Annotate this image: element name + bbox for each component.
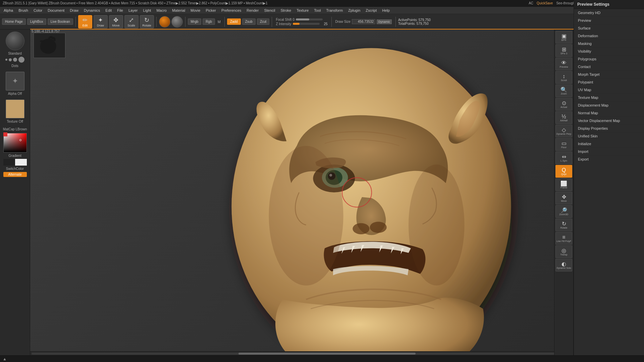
right-icon-btn-actual[interactable]: ⊙Actual (555, 98, 572, 111)
right-icon-btn-bpr[interactable]: ▣BPR (555, 31, 572, 44)
right-icon-btn-zoom3d[interactable]: 🔎Zoom3D (555, 205, 572, 218)
mrgb-btn[interactable]: Mrgb (188, 18, 202, 25)
zsub-btn[interactable]: Zsub (242, 18, 256, 25)
menu-item-transform[interactable]: Transform (324, 8, 345, 13)
zadd-btn[interactable]: Zadd (227, 18, 241, 25)
menu-item-preferences[interactable]: Preferences (219, 8, 244, 13)
menu-item-brush[interactable]: Brush (16, 8, 31, 13)
right-icon-sym-13: 🔎 (560, 208, 567, 213)
menu-item-alpha[interactable]: Alpha (1, 8, 15, 13)
right-icon-btn-dynamic-perp[interactable]: ◇Dynamic Perp (555, 125, 572, 137)
left-panel: Standard Dots ✦ Alpha Off Texture Off Ma… (0, 29, 30, 355)
menu-item-document[interactable]: Document (45, 8, 67, 13)
menu-item-layer[interactable]: Layer (126, 8, 140, 13)
panel-item-polygroups[interactable]: Polygroups (574, 55, 644, 63)
menu-item-draw[interactable]: Draw (67, 8, 81, 13)
panel-item-vector-displacement-map[interactable]: Vector Displacement Map (574, 117, 644, 125)
panel-item-display-properties[interactable]: Display Properties (574, 125, 644, 132)
alpha-preview[interactable]: ✦ (6, 72, 24, 90)
z-intensity-slider[interactable] (293, 23, 320, 25)
dynamic-btn[interactable]: Dynamic (377, 19, 392, 24)
panel-item-uv-map[interactable]: UV Map (574, 86, 644, 94)
dot-lg[interactable] (13, 58, 17, 62)
panel-item-initialize[interactable]: Initialize (574, 140, 644, 148)
right-icon-btn-frame[interactable]: ⬜Frame (555, 178, 572, 191)
right-icon-btn-zoom[interactable]: 🔍Zoom (555, 84, 572, 97)
material-sphere-gray[interactable] (171, 16, 183, 27)
dot-sm[interactable] (5, 59, 7, 61)
menu-item-light[interactable]: Light (141, 8, 154, 13)
right-icon-btn-preview[interactable]: 👁Preview (555, 58, 572, 70)
menu-item-zscript[interactable]: Zscript (363, 8, 379, 13)
menu-item-zplugin[interactable]: Zplugin (346, 8, 363, 13)
panel-item-unified-skin[interactable]: Unified Skin (574, 132, 644, 140)
menu-item-render[interactable]: Render (244, 8, 261, 13)
menu-item-stroke[interactable]: Stroke (278, 8, 293, 13)
menu-item-movie[interactable]: Movie (188, 8, 203, 13)
panel-item-morph-target[interactable]: Morph Target (574, 71, 644, 78)
gradient-bar[interactable] (3, 159, 27, 166)
dot-md[interactable] (9, 58, 12, 61)
live-boolean-btn[interactable]: Live Boolean (48, 18, 73, 25)
right-icon-btn-aahalf[interactable]: ½AAHalf (555, 111, 572, 124)
alternate-btn[interactable]: Alternate (3, 172, 27, 177)
quicksave-btn[interactable]: QuickSave (537, 1, 553, 5)
panel-item-geometry-hd[interactable]: Geometry HD (574, 9, 644, 17)
right-icon-btn-spix-3[interactable]: ⊞SPix 3 (555, 44, 572, 57)
canvas-area[interactable]: 5.188,-4.121,8.757 (30, 29, 624, 355)
panel-item-normal-map[interactable]: Normal Map (574, 109, 644, 117)
menu-item-picker[interactable]: Picker (203, 8, 218, 13)
material-sphere-orange[interactable] (159, 16, 170, 27)
panel-item-surface[interactable]: Surface (574, 24, 644, 32)
panel-item-import[interactable]: Import (574, 148, 644, 156)
sep6 (331, 17, 332, 27)
canvas-scrollbar-h[interactable] (30, 351, 624, 355)
menu-item-color[interactable]: Color (31, 8, 45, 13)
dot-xl[interactable] (18, 57, 24, 63)
right-icon-btn-rotate[interactable]: ↻Rotate (555, 219, 572, 231)
move-btn[interactable]: ✥ Move (109, 15, 123, 28)
menu-item-texture[interactable]: Texture (294, 8, 311, 13)
home-page-btn[interactable]: Home Page (2, 18, 26, 25)
menu-item-edit[interactable]: Edit (103, 8, 114, 13)
right-icon-btn-line-fill-polyf[interactable]: ≡Line Fill PolyF (555, 232, 572, 245)
grad-black[interactable] (3, 159, 15, 166)
menu-item-macro[interactable]: Macro (154, 8, 169, 13)
right-icon-btn-floor[interactable]: ▭Floor (555, 138, 572, 151)
rotate-btn[interactable]: ↻ Rotate (140, 15, 154, 28)
zcut-btn[interactable]: Zcut (257, 18, 269, 25)
focal-slider[interactable] (296, 18, 323, 20)
panel-item-deformation[interactable]: Deformation (574, 32, 644, 40)
panel-item-displacement-map[interactable]: Displacement Map (574, 102, 644, 109)
lightbox-btn[interactable]: LightBox (27, 18, 46, 25)
menu-item-stencil[interactable]: Stencil (262, 8, 277, 13)
brush-preview[interactable] (6, 32, 24, 50)
panel-item-polypaint[interactable]: Polypaint (574, 78, 644, 86)
right-icon-btn-l.sym[interactable]: ⇔L.Sym (555, 152, 572, 164)
menu-item-material[interactable]: Material (170, 8, 187, 13)
scale-btn[interactable]: ⤢ Scale (124, 15, 139, 28)
edit-btn[interactable]: ✏ Edit (78, 15, 92, 28)
menu-item-help[interactable]: Help (380, 8, 392, 13)
grad-white[interactable] (15, 159, 27, 166)
draw-btn[interactable]: ✦ Draw (94, 15, 108, 28)
draw-size-input[interactable] (352, 19, 375, 24)
menu-item-tool[interactable]: Tool (312, 8, 323, 13)
rgb-btn[interactable]: Rgb (203, 18, 215, 25)
panel-item-contact[interactable]: Contact (574, 63, 644, 71)
right-icon-btn-transp[interactable]: ◎Transp (555, 245, 572, 258)
scrollbar-thumb-h[interactable] (238, 353, 416, 355)
menu-item-file[interactable]: File (115, 8, 125, 13)
panel-item-texture-map[interactable]: Texture Map (574, 94, 644, 102)
right-icon-btn-move[interactable]: ✥Move (555, 192, 572, 204)
panel-item-preview[interactable]: Preview (574, 17, 644, 24)
panel-item-export[interactable]: Export (574, 156, 644, 163)
bottom-arrow[interactable]: ▲ (3, 357, 7, 361)
right-icon-btn-dynamic-solo[interactable]: ◐Dynamic Solo (555, 259, 572, 272)
right-icon-btn-qxyz[interactable]: QQxyz (555, 165, 572, 178)
panel-item-visibility[interactable]: Visibility (574, 48, 644, 55)
texture-preview[interactable] (6, 100, 24, 118)
right-icon-btn-scroll[interactable]: ↕Scroll (555, 71, 572, 84)
panel-item-masking[interactable]: Masking (574, 40, 644, 48)
menu-item-dynamics[interactable]: Dynamics (82, 8, 102, 13)
